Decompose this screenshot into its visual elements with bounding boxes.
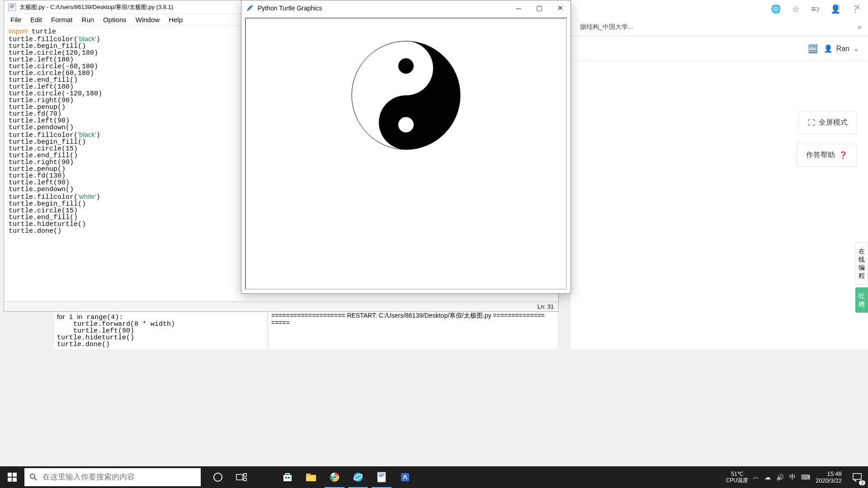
cortana-button[interactable] <box>206 466 230 488</box>
menu-help[interactable]: Help <box>164 15 187 24</box>
notification-count: 3 <box>859 480 865 485</box>
browser-maximize-button[interactable]: ▢ <box>826 0 847 14</box>
side-tag-feedback[interactable]: 吐槽 <box>855 287 868 313</box>
store-icon[interactable] <box>276 466 299 488</box>
clock[interactable]: 15:48 2020/3/22 <box>816 470 842 484</box>
svg-line-9 <box>34 478 37 480</box>
taskview-button[interactable] <box>230 466 253 488</box>
menu-file[interactable]: File <box>6 15 26 24</box>
explorer-icon[interactable] <box>299 466 323 488</box>
tray-chevron-up-icon[interactable]: ︿ <box>753 473 759 481</box>
turtle-title: Python Turtle Graphics <box>258 5 508 12</box>
svg-point-10 <box>214 473 222 481</box>
turtle-window: Python Turtle Graphics ─ ▢ ✕ <box>241 0 571 294</box>
svg-rect-5 <box>13 473 17 477</box>
turtle-minimize-button[interactable]: ─ <box>508 0 529 16</box>
svg-rect-16 <box>288 477 290 479</box>
translate-icon[interactable]: 🌐 <box>770 4 781 14</box>
svg-rect-25 <box>401 473 409 481</box>
expand-icon: ⛶ <box>808 119 815 127</box>
taskbar: 51℃ CPU温度 ︿ ☁ 🔊 中 ⌨ 15:48 2020/3/22 3 <box>0 466 868 488</box>
svg-point-2 <box>398 58 414 74</box>
fullscreen-button[interactable]: ⛶ 全屏模式 <box>798 111 857 134</box>
svg-rect-15 <box>285 477 287 479</box>
app-icon[interactable] <box>393 466 417 488</box>
turtle-titlebar[interactable]: Python Turtle Graphics ─ ▢ ✕ <box>241 0 571 16</box>
svg-rect-7 <box>13 478 17 482</box>
svg-rect-13 <box>244 478 246 481</box>
svg-point-8 <box>30 474 35 479</box>
turtle-close-button[interactable]: ✕ <box>550 0 571 16</box>
side-tag-coding[interactable]: 在线编程 <box>855 242 868 285</box>
taiji-drawing <box>343 32 469 159</box>
menu-options[interactable]: Options <box>99 15 131 24</box>
python-file-icon <box>8 3 17 12</box>
tabs-overflow-icon[interactable]: » <box>858 23 862 31</box>
help-button[interactable]: 作答帮助 ❓ <box>797 144 857 167</box>
taskbar-search[interactable] <box>24 468 201 486</box>
notifications-button[interactable]: 3 <box>846 466 868 488</box>
chevron-down-icon: ⌄ <box>853 44 859 53</box>
search-input[interactable] <box>42 473 201 482</box>
svg-rect-6 <box>8 478 12 482</box>
code-fragment: for i in range(4): turtle.forward(8 * wi… <box>54 312 267 349</box>
search-icon <box>24 473 42 481</box>
svg-rect-17 <box>306 475 316 481</box>
turtle-canvas <box>245 18 567 290</box>
menu-edit[interactable]: Edit <box>26 15 47 24</box>
start-button[interactable] <box>0 466 24 488</box>
cpu-temp-widget[interactable]: 51℃ CPU温度 <box>726 471 748 483</box>
user-avatar-icon: 👤 <box>824 44 833 53</box>
browser-tab[interactable]: 据结构_中国大学... <box>575 23 638 31</box>
ime-indicator[interactable]: 中 <box>789 473 796 481</box>
cursor-position: Ln: 31 <box>538 303 554 310</box>
chrome-icon[interactable] <box>323 466 346 488</box>
svg-rect-26 <box>853 474 861 479</box>
svg-rect-18 <box>306 474 311 476</box>
svg-point-3 <box>398 117 414 132</box>
menu-format[interactable]: Format <box>47 15 77 24</box>
browser-close-button[interactable]: ✕ <box>847 0 868 14</box>
volume-icon[interactable]: 🔊 <box>776 474 784 481</box>
menu-run[interactable]: Run <box>77 15 99 24</box>
svg-rect-4 <box>8 473 12 477</box>
keyboard-icon[interactable]: ⌨ <box>801 474 810 481</box>
cloud-icon[interactable]: ☁ <box>764 474 771 481</box>
svg-rect-12 <box>244 474 246 476</box>
qq-browser-icon[interactable] <box>346 466 370 488</box>
user-menu[interactable]: 👤 Ran ⌄ <box>824 44 859 53</box>
svg-rect-11 <box>236 474 243 480</box>
turtle-feather-icon <box>246 4 254 12</box>
browser-minimize-button[interactable]: ─ <box>806 0 826 14</box>
idle-app-icon[interactable] <box>370 466 393 488</box>
star-icon[interactable]: ☆ <box>790 4 801 14</box>
translate-page-icon[interactable]: 🔤 <box>807 43 818 54</box>
user-name: Ran <box>836 45 849 53</box>
turtle-maximize-button[interactable]: ▢ <box>529 0 550 16</box>
svg-rect-14 <box>283 475 292 481</box>
browser-window: ─ ▢ ✕ 🌐 ☆ ≡♪ 👤 ⋮ 据结构_中国大学... » 🔤 👤 Ran ⌄… <box>570 0 868 349</box>
svg-point-21 <box>333 475 336 479</box>
help-icon: ❓ <box>839 151 848 160</box>
idle-statusbar: Ln: 31 <box>4 301 558 311</box>
menu-window[interactable]: Window <box>131 15 164 24</box>
